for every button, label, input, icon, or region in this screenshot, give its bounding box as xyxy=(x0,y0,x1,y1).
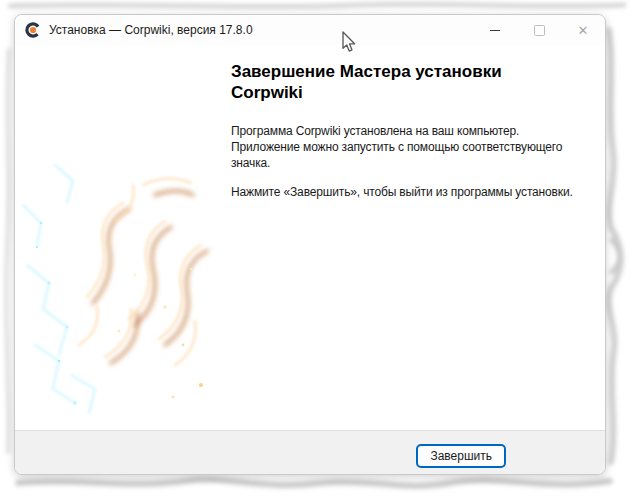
maximize-button[interactable] xyxy=(517,15,561,45)
cursor-arrow-icon xyxy=(341,31,356,53)
window-title: Установка — Corpwiki, версия 17.8.0 xyxy=(49,23,253,37)
screenshot-canvas: Установка — Corpwiki, версия 17.8.0 ✕ xyxy=(0,0,634,501)
wizard-footer: Завершить xyxy=(15,430,605,474)
title-bar[interactable]: Установка — Corpwiki, версия 17.8.0 ✕ xyxy=(15,15,605,45)
install-complete-text: Программа Corpwiki установлена на ваш ко… xyxy=(231,123,589,172)
app-logo-icon xyxy=(25,22,41,38)
minimize-button[interactable] xyxy=(473,15,517,45)
wizard-content-pane: Завершение Мастера установки Corpwiki Пр… xyxy=(216,45,606,432)
maximize-icon xyxy=(534,25,545,36)
press-finish-text: Нажмите «Завершить», чтобы выйти из прог… xyxy=(231,184,589,200)
wizard-hero-image xyxy=(15,45,216,432)
close-icon: ✕ xyxy=(578,24,589,37)
minimize-icon xyxy=(490,30,500,31)
window-controls: ✕ xyxy=(473,15,605,45)
page-title: Завершение Мастера установки Corpwiki xyxy=(231,61,566,104)
brain-illustration-overlay xyxy=(15,45,216,432)
finish-button[interactable]: Завершить xyxy=(416,444,506,468)
installer-window: Установка — Corpwiki, версия 17.8.0 ✕ xyxy=(14,14,606,475)
close-button[interactable]: ✕ xyxy=(561,15,605,45)
